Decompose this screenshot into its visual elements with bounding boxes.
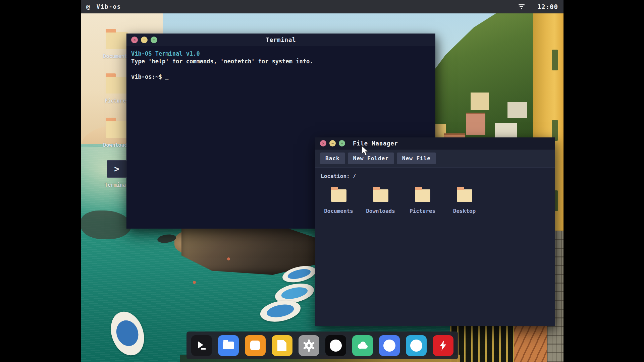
gear-icon: [303, 339, 315, 352]
folder-icon: [106, 77, 128, 94]
folder-icon: [457, 189, 472, 202]
screen: @ Vib-os 12:00 Documents Pictures Downlo…: [0, 0, 644, 362]
circle-icon: [410, 340, 422, 352]
dock-blue-app[interactable]: [379, 335, 400, 356]
dock: [186, 331, 458, 359]
folder-icon: [331, 189, 346, 202]
lightning-icon: [438, 340, 448, 351]
folder-label: Desktop: [453, 208, 476, 214]
terminal-title: Terminal: [126, 37, 435, 43]
os-logo-icon: @: [86, 3, 90, 10]
folder-label: Pictures: [410, 208, 435, 214]
folder-label: Downloads: [366, 208, 395, 214]
desktop-icon-label: Terminal: [105, 182, 129, 188]
document-icon: [277, 340, 286, 351]
mouse-cursor: [361, 145, 369, 156]
cloud-icon: [357, 341, 369, 351]
new-file-button[interactable]: New File: [397, 153, 436, 164]
file-manager-titlebar[interactable]: × − + File Manager: [315, 137, 555, 149]
os-title: Vib-os: [97, 3, 121, 10]
wifi-icon[interactable]: [518, 4, 525, 9]
dock-settings[interactable]: [299, 335, 319, 356]
terminal-blank-line: [131, 65, 431, 73]
dock-power-app[interactable]: [433, 335, 453, 356]
window-shutter: [552, 50, 558, 70]
file-grid: Documents Downloads Pictures Desktop: [315, 179, 555, 214]
folder-icon: [373, 189, 388, 202]
folder-item-downloads[interactable]: Downloads: [361, 185, 400, 214]
minimize-button[interactable]: −: [329, 140, 336, 146]
file-manager-window: × − + File Manager Back New Folder New F…: [315, 137, 555, 326]
dock-text-editor[interactable]: [272, 335, 292, 356]
circle-icon: [330, 340, 342, 352]
dock-green-app[interactable]: [352, 335, 373, 356]
terminal-help-line: Type 'help' for commands, 'neofetch' for…: [131, 58, 431, 65]
terminal-app-icon: >: [107, 160, 126, 178]
location-label: Location:: [321, 173, 350, 179]
folder-icon: [106, 121, 128, 138]
folder-item-documents[interactable]: Documents: [319, 185, 358, 214]
desktop-icon-label: Pictures: [105, 98, 129, 104]
terminal-prompt-line: vib-os:~$ _: [131, 73, 431, 81]
dock-media-app[interactable]: [325, 335, 346, 356]
location-path: /: [353, 173, 356, 179]
top-bar-right: 12:00: [518, 3, 558, 10]
terminal-titlebar[interactable]: × − + Terminal: [126, 34, 435, 46]
dock-orange-app[interactable]: [245, 335, 266, 356]
top-bar-left: @ Vib-os: [86, 3, 121, 10]
buoy: [193, 281, 196, 284]
back-button[interactable]: Back: [320, 153, 345, 164]
folder-item-desktop[interactable]: Desktop: [445, 185, 484, 214]
file-manager-title: File Manager: [353, 140, 398, 147]
minimize-button[interactable]: −: [141, 37, 148, 43]
dock-cyan-app[interactable]: [406, 335, 427, 356]
terminal-output[interactable]: Vib-OS Terminal v1.0 Type 'help' for com…: [126, 46, 435, 84]
terminal-cursor: _: [165, 73, 168, 81]
new-folder-button[interactable]: New Folder: [348, 153, 394, 164]
circle-icon: [383, 340, 395, 352]
buoy: [227, 257, 230, 260]
dock-terminal-launcher[interactable]: [191, 335, 212, 356]
house-block: [471, 93, 489, 110]
house-block: [466, 113, 485, 135]
folder-icon: [415, 189, 430, 202]
folder-item-pictures[interactable]: Pictures: [403, 185, 442, 214]
house-block: [507, 102, 527, 118]
top-bar: @ Vib-os 12:00: [81, 0, 564, 13]
terminal-prompt: vib-os:~$: [131, 73, 162, 81]
close-button[interactable]: ×: [131, 37, 138, 43]
terminal-banner-line: Vib-OS Terminal v1.0: [131, 50, 431, 58]
maximize-button[interactable]: +: [151, 37, 157, 43]
maximize-button[interactable]: +: [339, 140, 345, 146]
location-bar: Location: /: [315, 168, 555, 179]
cursor-prompt-icon: [196, 341, 207, 351]
dock-file-manager[interactable]: [218, 335, 239, 356]
desktop: @ Vib-os 12:00 Documents Pictures Downlo…: [81, 0, 564, 362]
folder-icon: [106, 32, 128, 49]
clock: 12:00: [537, 3, 558, 10]
folder-label: Documents: [324, 208, 353, 214]
rounded-square-icon: [250, 341, 260, 350]
folder-icon: [223, 342, 234, 349]
file-manager-toolbar: Back New Folder New File: [315, 149, 555, 168]
close-button[interactable]: ×: [320, 140, 326, 146]
